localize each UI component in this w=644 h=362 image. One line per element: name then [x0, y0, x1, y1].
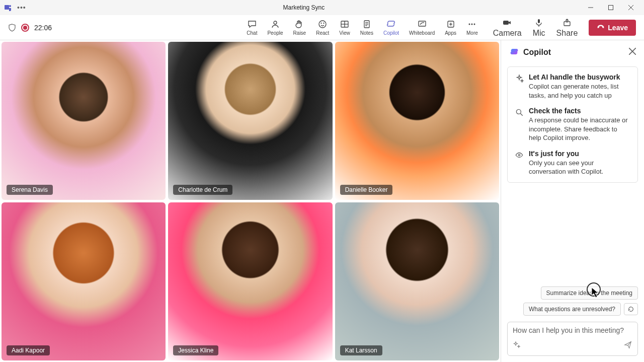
video-tile[interactable]: Kat Larsson: [335, 202, 499, 360]
participant-name: Serena Davis: [7, 185, 53, 195]
suggestion-chip[interactable]: What questions are unresolved?: [523, 303, 621, 316]
magnifier-icon: [515, 107, 524, 142]
mic-label: Mic: [533, 29, 545, 38]
apps-button[interactable]: Apps: [440, 18, 461, 37]
close-sidebar-button[interactable]: [629, 48, 636, 57]
raise-label: Raise: [293, 30, 306, 36]
apps-label: Apps: [445, 30, 456, 36]
prompt-sparkle-button[interactable]: [513, 341, 521, 351]
info-desc: A response could be inaccurate or incomp…: [529, 116, 630, 142]
more-menu-icon[interactable]: •••: [17, 4, 26, 12]
participant-name: Danielle Booker: [340, 185, 393, 195]
video-tile[interactable]: Danielle Booker: [335, 42, 499, 200]
info-title: It's just for you: [529, 150, 630, 158]
notes-button[interactable]: Notes: [355, 18, 378, 37]
people-button[interactable]: People: [262, 18, 288, 37]
copilot-button[interactable]: Copilot: [378, 18, 404, 37]
copilot-label: Copilot: [383, 30, 399, 36]
camera-button[interactable]: Camera: [488, 17, 527, 39]
chat-label: Chat: [247, 30, 257, 36]
share-button[interactable]: Share: [551, 17, 583, 39]
window-maximize-button[interactable]: [602, 1, 620, 15]
meeting-toolbar: 22:06 Chat People Raise React View Notes…: [0, 15, 644, 40]
info-desc: Copilot can generate notes, list tasks, …: [529, 82, 630, 100]
window-title: Marketing Sync: [26, 4, 582, 11]
whiteboard-label: Whiteboard: [409, 30, 435, 36]
camera-label: Camera: [493, 29, 522, 38]
window-close-button[interactable]: [622, 1, 640, 15]
window-minimize-button[interactable]: [582, 1, 600, 15]
view-button[interactable]: View: [334, 18, 355, 37]
svg-point-9: [324, 23, 324, 24]
copilot-input[interactable]: How can I help you in this meeting?: [507, 322, 638, 356]
svg-point-6: [274, 21, 277, 24]
participant-name: Charlotte de Crum: [173, 185, 232, 195]
svg-point-21: [469, 24, 470, 25]
leave-label: Leave: [608, 24, 628, 32]
recording-indicator-icon: [21, 24, 29, 32]
view-label: View: [339, 30, 350, 36]
info-desc: Only you can see your conversation with …: [529, 159, 630, 176]
svg-point-7: [319, 21, 326, 28]
copilot-sidebar: Copilot Let AI handle the busywork Copil…: [501, 40, 644, 362]
suggestion-chip[interactable]: Summarize ideas in the meeting: [541, 286, 638, 300]
refresh-suggestions-button[interactable]: [624, 303, 638, 315]
chat-button[interactable]: Chat: [242, 18, 262, 37]
meeting-timer: 22:06: [34, 24, 52, 32]
share-label: Share: [556, 29, 578, 38]
send-button[interactable]: [623, 340, 632, 351]
people-label: People: [267, 30, 283, 36]
privacy-shield-icon[interactable]: [8, 24, 16, 32]
svg-point-29: [516, 109, 521, 114]
more-label: More: [466, 30, 478, 36]
info-title: Let AI handle the busywork: [529, 73, 630, 81]
svg-line-30: [520, 113, 523, 116]
svg-point-23: [474, 24, 475, 25]
leave-icon: [597, 24, 605, 32]
react-button[interactable]: React: [311, 18, 334, 37]
svg-point-1: [9, 5, 11, 7]
teams-app-icon: [4, 4, 12, 12]
participant-name: Aadi Kapoor: [7, 345, 50, 355]
video-tile[interactable]: Serena Davis: [2, 42, 166, 200]
react-label: React: [316, 30, 329, 36]
participant-name: Kat Larsson: [340, 345, 382, 355]
more-button[interactable]: More: [461, 18, 483, 37]
copilot-logo-icon: [509, 47, 519, 57]
title-bar: ••• Marketing Sync: [0, 0, 644, 15]
video-tile[interactable]: Aadi Kapoor: [2, 202, 166, 360]
input-placeholder: How can I help you in this meeting?: [513, 326, 632, 334]
svg-rect-0: [5, 5, 9, 10]
video-grid: Serena Davis Charlotte de Crum Danielle …: [0, 40, 501, 362]
whiteboard-button[interactable]: Whiteboard: [404, 18, 440, 37]
copilot-title: Copilot: [523, 48, 625, 57]
notes-label: Notes: [360, 30, 373, 36]
svg-rect-3: [609, 6, 613, 10]
leave-button[interactable]: Leave: [589, 20, 636, 36]
participant-name: Jessica Kline: [173, 345, 218, 355]
mic-button[interactable]: Mic: [528, 17, 550, 39]
svg-point-22: [471, 24, 473, 25]
svg-rect-24: [503, 21, 509, 25]
svg-rect-25: [538, 19, 540, 23]
copilot-info-card: Let AI handle the busywork Copilot can g…: [507, 66, 638, 183]
video-tile[interactable]: Jessica Kline: [168, 202, 332, 360]
info-title: Check the facts: [529, 107, 630, 115]
svg-point-31: [518, 154, 520, 156]
svg-point-8: [321, 23, 321, 24]
eye-icon: [515, 150, 524, 176]
sparkle-icon: [515, 73, 524, 100]
svg-rect-17: [419, 21, 426, 26]
video-tile[interactable]: Charlotte de Crum: [168, 42, 332, 200]
raise-hand-button[interactable]: Raise: [288, 18, 311, 37]
